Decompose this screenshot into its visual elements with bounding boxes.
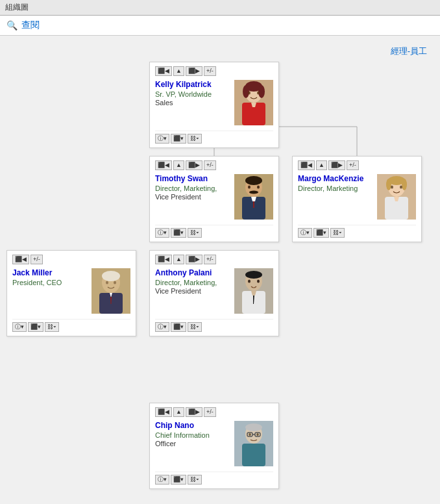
card-chip-btn-link[interactable]: ⛓▾ (188, 475, 202, 485)
card-kelly-title2: Sales (155, 99, 230, 107)
card-kelly-btn-fwd[interactable]: ⬛▶ (186, 66, 202, 76)
card-chip-btn-toggle[interactable]: +/- (204, 407, 216, 417)
card-anthony-btn-up[interactable]: ▲ (173, 255, 184, 264)
card-jack-btn-info[interactable]: ⓘ▾ (12, 322, 27, 332)
card-chip-btn-back[interactable]: ⬛◀ (155, 407, 172, 417)
card-jack-title: President, CEO (12, 279, 88, 286)
card-kelly-btn-toggle[interactable]: +/- (204, 66, 216, 76)
card-anthony-content: Anthony Palani Director, Marketing, Vice… (155, 268, 273, 314)
card-jack-btn-collapse[interactable]: ⬛◀ (12, 255, 29, 264)
card-jack-btn-toggle[interactable]: +/- (31, 255, 43, 264)
svg-point-42 (245, 271, 262, 279)
card-kelly-bottom-toolbar: ⓘ▾ ⬛▾ ⛓▾ (155, 131, 273, 144)
card-margo-name[interactable]: Margo MacKenzie (298, 174, 373, 183)
svg-point-35 (402, 179, 407, 190)
card-margo-title: Director, Marketing (298, 184, 373, 192)
card-margo-photo (377, 174, 416, 220)
svg-point-43 (248, 279, 251, 283)
card-margo-btn-link[interactable]: ⛓▾ (330, 228, 345, 238)
svg-point-37 (400, 185, 402, 188)
card-chip-title2: Officer (155, 440, 230, 447)
card-margo-btn-view[interactable]: ⬛▾ (313, 228, 329, 238)
card-kelly-btn-up[interactable]: ▲ (173, 66, 184, 76)
card-timothy-name[interactable]: Timothy Swan (155, 174, 230, 183)
card-jack-name[interactable]: Jack Miller (12, 268, 88, 277)
card-margo-btn-fwd[interactable]: ⬛▶ (328, 160, 345, 170)
card-margo-btn-info[interactable]: ⓘ▾ (298, 228, 312, 238)
svg-point-16 (243, 85, 249, 98)
card-chip-photo (234, 421, 273, 466)
toolbar-search-label[interactable]: 查閱 (21, 19, 40, 31)
svg-point-2 (102, 271, 120, 281)
card-chip-btn-fwd[interactable]: ⬛▶ (186, 407, 202, 417)
search-icon: 🔍 (6, 20, 18, 31)
card-jack-btn-view[interactable]: ⬛▾ (28, 322, 43, 332)
card-kelly-content: Kelly Kilpatrick Sr. VP, Worldwide Sales (155, 80, 273, 125)
card-margo-top-toolbar: ⬛◀ ▲ ⬛▶ +/- (298, 160, 416, 170)
card-timothy-btn-link[interactable]: ⛓▾ (188, 228, 202, 238)
card-kelly-photo (234, 80, 273, 125)
card-timothy-bottom-toolbar: ⓘ▾ ⬛▾ ⛓▾ (155, 225, 273, 238)
svg-point-54 (249, 433, 251, 436)
card-kelly-btn-info[interactable]: ⓘ▾ (155, 134, 169, 144)
card-anthony-btn-link[interactable]: ⛓▾ (188, 322, 202, 332)
card-timothy: ⬛◀ ▲ ⬛▶ +/- Timothy Swan Director, Marke… (149, 156, 279, 242)
svg-point-25 (249, 190, 258, 194)
card-chip-btn-view[interactable]: ⬛▾ (171, 475, 186, 485)
card-timothy-btn-back[interactable]: ⬛◀ (155, 160, 172, 170)
card-chip-bottom-toolbar: ⓘ▾ ⬛▾ ⛓▾ (155, 472, 273, 485)
card-kelly-btn-link[interactable]: ⛓▾ (188, 134, 202, 144)
card-jack-top-toolbar: ⬛◀ +/- (12, 255, 130, 264)
card-kelly-btn-back[interactable]: ⬛◀ (155, 66, 172, 76)
card-timothy-btn-info[interactable]: ⓘ▾ (155, 228, 169, 238)
card-timothy-btn-view[interactable]: ⬛▾ (171, 228, 186, 238)
card-anthony-name[interactable]: Anthony Palani (155, 268, 230, 277)
card-jack-text: Jack Miller President, CEO (12, 268, 88, 287)
card-kelly-name[interactable]: Kelly Kilpatrick (155, 80, 230, 89)
main-area: ⬛◀ +/- Jack Miller President, CEO (0, 36, 440, 501)
card-timothy-btn-fwd[interactable]: ⬛▶ (186, 160, 202, 170)
svg-point-4 (114, 281, 116, 284)
card-margo: ⬛◀ ▲ ⬛▶ +/- Margo MacKenzie Director, Ma… (292, 156, 422, 242)
svg-point-17 (258, 85, 265, 98)
card-margo-btn-up[interactable]: ▲ (316, 160, 327, 170)
card-kelly-text: Kelly Kilpatrick Sr. VP, Worldwide Sales (155, 80, 230, 107)
card-jack-btn-link[interactable]: ⛓▾ (45, 322, 59, 332)
svg-point-18 (248, 91, 251, 94)
card-jack-content: Jack Miller President, CEO (12, 268, 130, 314)
svg-rect-56 (242, 444, 265, 466)
card-kelly: ⬛◀ ▲ ⬛▶ +/- Kelly Kilpatrick Sr. VP, Wor… (149, 62, 279, 148)
card-timothy-top-toolbar: ⬛◀ ▲ ⬛▶ +/- (155, 160, 273, 170)
card-anthony-btn-info[interactable]: ⓘ▾ (155, 322, 169, 332)
card-anthony-title2: Vice President (155, 287, 230, 295)
card-jack-photo (92, 268, 130, 314)
card-chip-title: Chief Information (155, 431, 230, 439)
card-margo-btn-back[interactable]: ⬛◀ (298, 160, 315, 170)
section-label: 經理-員工 (391, 45, 427, 57)
card-chip-text: Chip Nano Chief Information Officer (155, 421, 230, 447)
card-anthony-btn-back[interactable]: ⬛◀ (155, 255, 172, 264)
card-chip-btn-info[interactable]: ⓘ▾ (155, 475, 169, 485)
toolbar: 🔍 查閱 (0, 16, 440, 36)
card-anthony-top-toolbar: ⬛◀ ▲ ⬛▶ +/- (155, 255, 273, 264)
card-jack-bottom-toolbar: ⓘ▾ ⬛▾ ⛓▾ (12, 319, 130, 332)
card-timothy-btn-toggle[interactable]: +/- (204, 160, 216, 170)
card-kelly-btn-view[interactable]: ⬛▾ (171, 134, 186, 144)
card-anthony-title: Director, Marketing, (155, 279, 230, 286)
card-timothy-btn-up[interactable]: ▲ (173, 160, 184, 170)
title-bar: 組織圖 (0, 0, 440, 16)
card-timothy-title2: Vice President (155, 193, 230, 201)
svg-point-27 (257, 185, 260, 188)
card-anthony-bottom-toolbar: ⓘ▾ ⬛▾ ⛓▾ (155, 319, 273, 332)
left-column: ⬛◀ +/- Jack Miller President, CEO (6, 42, 136, 494)
card-margo-btn-toggle[interactable]: +/- (347, 160, 359, 170)
card-margo-bottom-toolbar: ⓘ▾ ⬛▾ ⛓▾ (298, 225, 416, 238)
card-chip-btn-up[interactable]: ▲ (173, 407, 184, 417)
card-anthony-btn-toggle[interactable]: +/- (204, 255, 216, 264)
card-chip: ⬛◀ ▲ ⬛▶ +/- Chip Nano Chief Information … (149, 403, 279, 489)
card-anthony-btn-view[interactable]: ⬛▾ (171, 322, 186, 332)
card-anthony-btn-fwd[interactable]: ⬛▶ (186, 255, 202, 264)
card-chip-name[interactable]: Chip Nano (155, 421, 230, 430)
card-timothy-content: Timothy Swan Director, Marketing, Vice P… (155, 174, 273, 220)
card-chip-top-toolbar: ⬛◀ ▲ ⬛▶ +/- (155, 407, 273, 417)
